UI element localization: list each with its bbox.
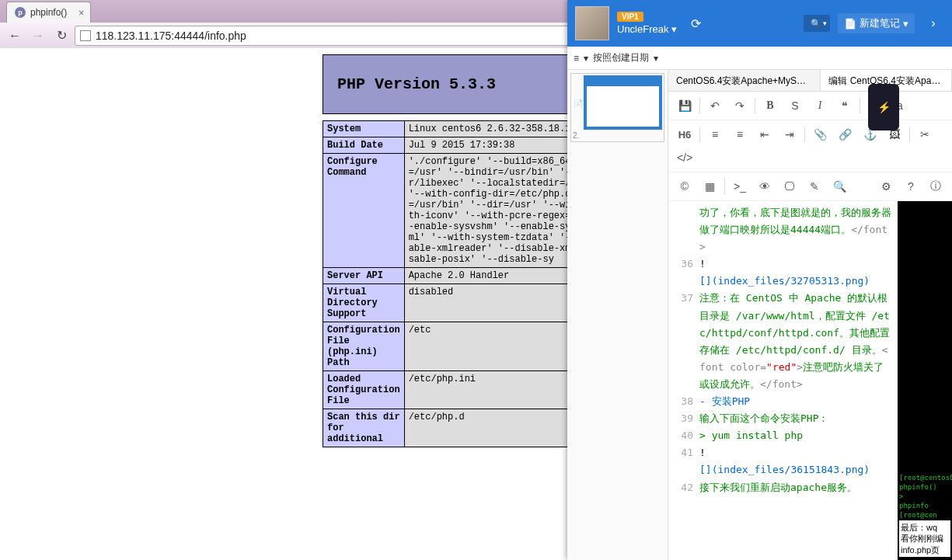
chevron-down-icon: ▾: [903, 18, 908, 30]
phpinfo-table: SystemLinux centos6 2.6.32-358.18.1.el6.…: [323, 120, 567, 447]
phpinfo-key: Server API: [323, 268, 405, 284]
note-thumbnail[interactable]: 📄 2.: [570, 73, 664, 142]
phpinfo-value: /etc/php.d: [404, 409, 567, 447]
eye-icon[interactable]: 👁: [753, 176, 776, 197]
markdown-editor[interactable]: 功了，你看，底下是图就是的，我的服务器做了端口映射所以是44444端口。</fo…: [668, 201, 898, 560]
line-number: 42: [668, 479, 699, 496]
phpinfo-key: Configuration File (php.ini) Path: [323, 322, 405, 371]
editor-line[interactable]: 38- 安装PHP: [668, 393, 898, 410]
phone-widget-icon[interactable]: [868, 84, 899, 130]
phpinfo-key: Loaded Configuration File: [323, 371, 405, 409]
link-icon[interactable]: 🔗: [833, 123, 856, 145]
ol-icon[interactable]: ≡: [728, 123, 751, 145]
back-button[interactable]: ←: [5, 26, 25, 46]
phpinfo-value: './configure' '--build=x86_64-redhat-' '…: [404, 154, 567, 268]
thumb-preview: [584, 75, 662, 130]
username-dropdown[interactable]: UncleFreak ▾: [617, 23, 677, 35]
copyright-icon[interactable]: ©: [673, 176, 696, 197]
sort-bar: ≡ ▾ 按照创建日期 ▾: [567, 47, 952, 70]
terminal-line: [root@centos6 ~]#: [898, 473, 952, 482]
outdent-icon[interactable]: ⇤: [753, 123, 776, 145]
list-icon[interactable]: ≡: [574, 53, 579, 64]
note-tab-1[interactable]: CentOS6.4安装Apache+MySQL+...: [668, 70, 821, 91]
note-list-sidebar: 📄 2.: [567, 70, 668, 560]
editor-line[interactable]: 41![](index_files/36151843.png): [668, 444, 898, 478]
note-tabs: CentOS6.4安装Apache+MySQL+... 编辑 CentOS6.4…: [668, 70, 952, 92]
ul-icon[interactable]: ≡: [703, 123, 727, 145]
search-input[interactable]: 🔍 ▾: [804, 15, 830, 32]
new-note-label: 新建笔记: [860, 16, 900, 30]
reload-button[interactable]: ↻: [51, 26, 71, 46]
forward-button[interactable]: →: [28, 26, 48, 46]
strike-icon[interactable]: S: [783, 95, 807, 117]
code-icon[interactable]: </>: [673, 147, 696, 169]
terminal-line: phpinfo: [898, 501, 952, 510]
thumb-page-icon: 📄: [573, 75, 582, 131]
editor-line[interactable]: 42接下来我们重新启动apache服务。: [668, 479, 898, 496]
phpinfo-value: Apache 2.0 Handler: [404, 268, 567, 284]
page-icon: [80, 30, 91, 41]
phpinfo-key: Configure Command: [323, 154, 405, 268]
thumb-number: 2.: [573, 131, 662, 140]
phpinfo-key: Virtual Directory Support: [323, 284, 405, 322]
h6-icon[interactable]: H6: [673, 123, 696, 145]
line-number: 41: [668, 444, 699, 478]
php-version-header: PHP Version 5.3.3: [323, 54, 567, 114]
screen-icon[interactable]: 🖵: [778, 176, 801, 197]
help-icon[interactable]: ?: [899, 176, 922, 197]
editor-toolbar: 💾↶↷BSI❝Aa: [668, 92, 952, 120]
preview-terminal: [root@centos6 ~]#phpinfo()>phpinfo[root@…: [898, 201, 952, 560]
search-icon: 🔍: [811, 19, 821, 29]
phpinfo-value: /etc: [404, 322, 567, 371]
tab-title: phpinfo(): [30, 7, 67, 18]
preview-caption: 最后：wq看你刚刚编info.php页: [899, 520, 950, 557]
line-number: 39: [668, 410, 699, 427]
sync-icon[interactable]: ⟳: [685, 12, 706, 34]
quote-icon[interactable]: ❝: [833, 95, 856, 117]
page-content: PHP Version 5.3.3 SystemLinux centos6 2.…: [0, 48, 567, 560]
editor-line[interactable]: 40> yum install php: [668, 427, 898, 444]
terminal-line: [root@cen: [898, 510, 952, 520]
avatar[interactable]: [575, 6, 609, 40]
attach-icon[interactable]: 📎: [808, 123, 832, 145]
editor-toolbar-2: H6≡≡⇤⇥📎🔗⚓🖼✂</>: [668, 120, 952, 172]
chevron-down-icon: ▾: [654, 53, 658, 64]
save-icon[interactable]: 💾: [673, 95, 696, 117]
chevron-down-icon: ▾: [671, 23, 677, 35]
line-number: 36: [668, 256, 699, 290]
new-note-button[interactable]: 📄 新建笔记 ▾: [838, 13, 915, 33]
terminal-icon[interactable]: >_: [728, 176, 751, 197]
italic-icon[interactable]: I: [808, 95, 832, 117]
phpinfo-value: Linux centos6 2.6.32-358.18.1.el6.x86: [404, 121, 567, 137]
line-number: 37: [668, 290, 699, 393]
editor-line[interactable]: 36![](index_files/32705313.png): [668, 256, 898, 290]
favicon-icon: p: [15, 7, 26, 18]
phpinfo-value: /etc/php.ini: [404, 371, 567, 409]
note-app-panel: VIP1 UncleFreak ▾ ⟳ 🔍 ▾ 📄 新建笔记 ▾ › ≡ ▾ 按…: [567, 0, 952, 560]
card-icon[interactable]: ▦: [698, 176, 721, 197]
editor-toolbar-3: ©▦>_👁🖵✎🔍⚙?ⓘ: [668, 172, 952, 201]
editor-line[interactable]: 37注意：在 CentOS 中 Apache 的默认根目录是 /var/www/…: [668, 290, 898, 393]
browser-tab[interactable]: p phpinfo() ×: [6, 2, 91, 23]
sort-label[interactable]: 按照创建日期: [593, 51, 649, 64]
terminal-line: >: [898, 492, 952, 501]
note-icon: 📄: [844, 18, 856, 30]
cut-icon[interactable]: ✂: [913, 123, 936, 145]
search-icon[interactable]: 🔍: [828, 176, 851, 197]
redo-icon[interactable]: ↷: [728, 95, 751, 117]
tab-close-icon[interactable]: ×: [78, 8, 84, 19]
phpinfo-value: disabled: [404, 284, 567, 322]
terminal-line: phpinfo(): [898, 482, 952, 492]
phpinfo-key: Build Date: [323, 137, 405, 154]
undo-icon[interactable]: ↶: [703, 95, 727, 117]
chevron-right-icon[interactable]: ›: [922, 12, 944, 34]
phpinfo-value: Jul 9 2015 17:39:38: [404, 137, 567, 154]
bold-icon[interactable]: B: [758, 95, 782, 117]
editor-line[interactable]: 39输入下面这个命令安装PHP：: [668, 410, 898, 427]
gear-icon[interactable]: ⚙: [874, 176, 898, 197]
line-number: 38: [668, 393, 699, 410]
info-icon[interactable]: ⓘ: [924, 176, 947, 197]
chevron-down-icon: ▾: [823, 19, 827, 27]
highlight-icon[interactable]: ✎: [803, 176, 826, 197]
indent-icon[interactable]: ⇥: [778, 123, 801, 145]
